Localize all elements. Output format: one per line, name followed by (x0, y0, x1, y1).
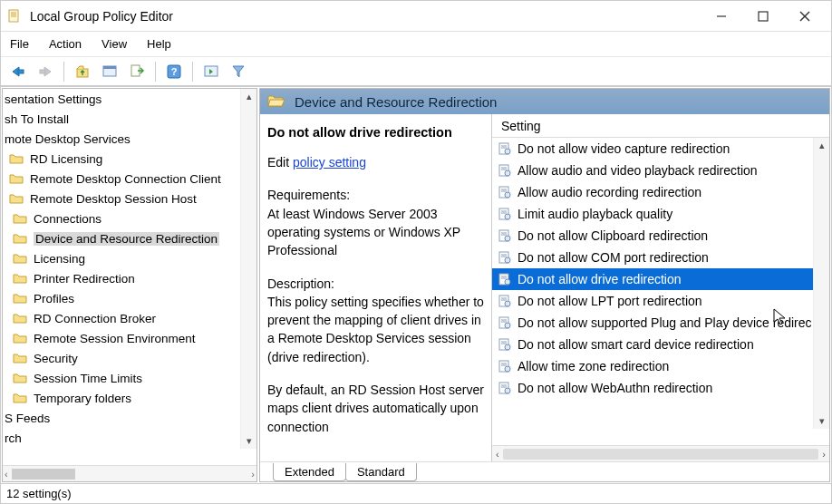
tree-item-label: Profiles (34, 292, 74, 305)
tree-item[interactable]: RD Licensing (3, 149, 256, 169)
main-body: sentation Settingssh To Installmote Desk… (1, 86, 831, 483)
tree-item[interactable]: Remote Desktop Connection Client (3, 169, 256, 189)
forward-button[interactable] (34, 61, 57, 82)
setting-row[interactable]: Do not allow WebAuthn redirection (492, 377, 829, 399)
tree-item[interactable]: Temporary folders (3, 388, 256, 408)
settings-horizontal-scrollbar[interactable]: ‹ › (492, 445, 829, 461)
maximize-button[interactable] (742, 3, 784, 30)
menu-help[interactable]: Help (147, 37, 171, 51)
edit-label: Edit (267, 155, 293, 170)
policy-icon (498, 294, 512, 308)
status-text: 12 setting(s) (6, 487, 72, 500)
tree-item[interactable]: sh To Install (3, 109, 256, 129)
help-button[interactable]: ? (162, 61, 186, 82)
setting-row[interactable]: Limit audio playback quality (492, 203, 829, 225)
tree-item[interactable]: S Feeds (3, 408, 256, 428)
folder-open-icon (267, 93, 285, 111)
setting-label: Do not allow smart card device redirecti… (518, 337, 754, 352)
right-panel: Device and Resource Redirection Do not a… (259, 88, 830, 482)
tree-item-label: sh To Install (5, 112, 69, 126)
tree-item[interactable]: sentation Settings (3, 89, 256, 109)
setting-label: Do not allow video capture redirection (518, 141, 730, 156)
setting-label: Do not allow Clipboard redirection (518, 228, 708, 243)
svg-text:?: ? (171, 66, 178, 77)
setting-row[interactable]: Do not allow smart card device redirecti… (492, 334, 829, 355)
setting-row[interactable]: Allow audio recording redirection (492, 181, 829, 203)
tree-list[interactable]: sentation Settingssh To Installmote Desk… (3, 89, 256, 465)
settings-vertical-scrollbar[interactable]: ▴▾ (813, 138, 829, 429)
tree-item[interactable]: Printer Redirection (3, 268, 256, 288)
setting-row[interactable]: Allow time zone redirection (492, 355, 829, 377)
setting-label: Allow audio recording redirection (518, 185, 701, 199)
tree-item[interactable]: Connections (3, 208, 256, 228)
selected-policy-title: Do not allow drive redirection (267, 123, 484, 142)
export-list-button[interactable] (125, 61, 149, 82)
up-level-button[interactable] (71, 61, 94, 82)
tab-extended[interactable]: Extended (273, 463, 346, 481)
setting-row[interactable]: Do not allow COM port redirection (492, 247, 829, 268)
setting-row[interactable]: Do not allow Clipboard redirection (492, 225, 829, 247)
svg-point-32 (505, 214, 510, 219)
svg-point-56 (505, 344, 510, 350)
tree-item[interactable]: Remote Desktop Session Host (3, 189, 256, 208)
edit-policy-link[interactable]: policy setting (293, 155, 366, 170)
folder-icon (12, 371, 28, 385)
view-tabs: Extended Standard (260, 461, 829, 481)
tree-item-label: rch (5, 431, 22, 445)
svg-point-40 (505, 257, 510, 263)
tree-item[interactable]: rch (3, 428, 256, 448)
setting-row[interactable]: Do not allow LPT port redirection (492, 290, 829, 312)
titlebar: Local Group Policy Editor (1, 1, 831, 32)
menu-view[interactable]: View (102, 37, 127, 51)
setting-label: Limit audio playback quality (518, 207, 672, 221)
properties-button[interactable] (98, 61, 121, 82)
tree-vertical-scrollbar[interactable]: ▴▾ (240, 89, 256, 449)
tree-item[interactable]: RD Connection Broker (3, 308, 256, 328)
tab-standard[interactable]: Standard (345, 463, 417, 481)
tree-item[interactable]: Profiles (3, 288, 256, 308)
setting-row[interactable]: Do not allow drive redirection (492, 268, 829, 290)
tree-item[interactable]: Security (3, 348, 256, 368)
folder-icon (8, 171, 24, 186)
tree-horizontal-scrollbar[interactable]: ‹ › (3, 465, 256, 481)
minimize-button[interactable] (701, 3, 742, 30)
menu-file[interactable]: File (10, 37, 29, 51)
filter-on-button[interactable] (199, 61, 223, 82)
setting-row[interactable]: Allow audio and video playback redirecti… (492, 160, 829, 181)
settings-column-header[interactable]: Setting (492, 114, 829, 138)
settings-list[interactable]: Do not allow video capture redirectionAl… (492, 138, 829, 445)
svg-rect-8 (18, 70, 24, 73)
tree-item-label: Device and Resource Redirection (34, 232, 219, 246)
folder-icon (12, 231, 28, 246)
menu-action[interactable]: Action (49, 37, 82, 51)
tree-item-label: Temporary folders (34, 392, 131, 405)
content-header-title: Device and Resource Redirection (295, 94, 497, 110)
statusbar: 12 setting(s) (1, 483, 831, 503)
tree-item-label: S Feeds (5, 412, 50, 425)
setting-label: Do not allow WebAuthn redirection (518, 381, 712, 395)
setting-label: Do not allow LPT port redirection (518, 294, 702, 308)
tree-item-label: Printer Redirection (34, 272, 135, 286)
tree-item-label: Licensing (34, 252, 85, 266)
back-button[interactable] (6, 61, 30, 82)
svg-point-24 (505, 170, 510, 176)
svg-point-36 (505, 236, 510, 241)
folder-icon (8, 151, 24, 166)
tree-item-label: Remote Session Environment (34, 332, 196, 345)
tree-item[interactable]: mote Desktop Services (3, 129, 256, 149)
tree-item[interactable]: Remote Session Environment (3, 328, 256, 348)
policy-icon (498, 359, 512, 373)
tree-item[interactable]: Licensing (3, 248, 256, 268)
tree-item[interactable]: Device and Resource Redirection (3, 228, 256, 248)
tree-item[interactable]: Session Time Limits (3, 368, 256, 388)
setting-row[interactable]: Do not allow video capture redirection (492, 138, 829, 160)
policy-icon (498, 381, 512, 395)
svg-point-60 (505, 366, 510, 372)
tree-item-label: Security (34, 352, 78, 365)
tree-item-label: RD Licensing (30, 152, 102, 166)
close-button[interactable] (784, 3, 826, 30)
window-title: Local Group Policy Editor (30, 9, 173, 24)
setting-row[interactable]: Do not allow supported Plug and Play dev… (492, 312, 829, 334)
filter-options-button[interactable] (227, 61, 250, 82)
policy-icon (498, 337, 512, 352)
